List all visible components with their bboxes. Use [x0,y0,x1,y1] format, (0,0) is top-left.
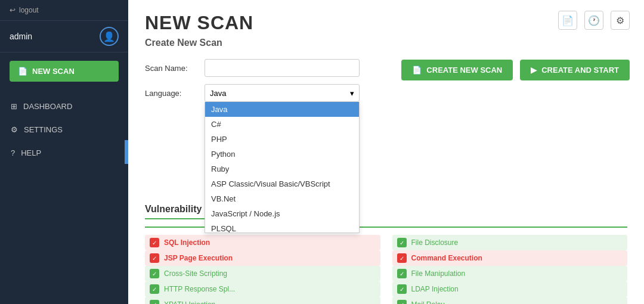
dropdown-item-vbnet[interactable]: VB.Net [205,191,359,206]
vuln-right-column: ✓ File Disclosure ✓ Command Execution ✓ … [392,235,628,304]
logout-item[interactable]: ↩ logout [0,0,128,21]
sidebar-nav: ⊞ DASHBOARD ⚙ SETTINGS ? HELP [0,95,128,165]
create-new-scan-label: CREATE NEW SCAN [426,66,502,75]
gear-icon-button[interactable]: ⚙ [611,11,630,30]
sidebar-item-settings[interactable]: ⚙ SETTINGS [0,118,128,141]
vuln-checkbox-sql[interactable]: ✓ [150,238,159,247]
vuln-label-sql: SQL Injection [164,238,210,247]
vuln-checkbox-file-disclosure[interactable]: ✓ [397,238,407,247]
chevron-down-icon: ▾ [350,89,354,98]
language-select[interactable]: Java ▾ [205,84,360,102]
scan-name-label: Scan Name: [145,64,205,73]
settings-icon: ⚙ [11,125,18,134]
dropdown-item-csharp[interactable]: C# [205,117,359,132]
gear-icon: ⚙ [616,15,624,26]
vuln-label-file-manip: File Manipulation [411,269,466,278]
vuln-item-file-manip: ✓ File Manipulation [392,266,628,281]
vuln-left-column: ✓ SQL Injection ✓ JSP Page Execution ✓ C… [145,235,380,304]
page-subtitle: Create New Scan [145,38,627,48]
vuln-item-file-disclosure: ✓ File Disclosure [392,235,628,250]
vuln-item-jsp: ✓ JSP Page Execution [145,250,380,266]
new-scan-label: NEW SCAN [32,67,75,76]
main-content: 📄 🕐 ⚙ NEW SCAN Create New Scan Scan Name… [128,0,644,304]
new-scan-button[interactable]: 📄 NEW SCAN [10,61,119,82]
dropdown-item-asp[interactable]: ASP Classic/Visual Basic/VBScript [205,176,359,191]
dropdown-item-ruby[interactable]: Ruby [205,162,359,176]
language-select-container: Java ▾ Java C# PHP Python Ruby ASP Class… [205,84,360,102]
vuln-checkbox-xss[interactable]: ✓ [150,269,159,278]
sidebar-item-dashboard[interactable]: ⊞ DASHBOARD [0,95,128,118]
vuln-label-http: HTTP Response Spl... [164,285,235,293]
vuln-item-xss: ✓ Cross-Site Scripting [145,266,380,281]
vuln-item-cmd: ✓ Command Execution [392,250,628,266]
dropdown-item-js[interactable]: JavaScript / Node.js [205,206,359,221]
logout-label: logout [19,6,39,14]
document-icon-button[interactable]: 📄 [558,11,577,30]
vuln-checkbox-file-manip[interactable]: ✓ [397,269,407,278]
vuln-checkbox-xpath[interactable]: ✓ [150,300,159,304]
vuln-checkbox-http[interactable]: ✓ [150,284,159,294]
scan-name-input[interactable] [205,59,360,77]
dropdown-item-php[interactable]: PHP [205,132,359,147]
vuln-label-file-disclosure: File Disclosure [411,238,459,247]
doc-icon: 📄 [562,15,574,26]
play-icon: ▶ [531,66,537,75]
create-and-start-button[interactable]: ▶ CREATE AND START [520,60,630,80]
language-selected-value: Java [210,89,226,98]
vuln-label-jsp: JSP Page Execution [164,254,233,262]
dropdown-item-plsql[interactable]: PLSQL [205,221,359,233]
create-new-scan-button[interactable]: 📄 CREATE NEW SCAN [401,60,513,80]
page-title: NEW SCAN [145,12,627,34]
top-icons-row: 📄 🕐 ⚙ [558,11,630,30]
vuln-checkbox-ldap[interactable]: ✓ [397,284,407,294]
vuln-item-xpath: ✓ XPATH Injection [145,297,380,304]
sidebar: ↩ logout admin 👤 📄 NEW SCAN ⊞ DASHBOARD … [0,0,128,304]
new-scan-doc-icon: 📄 [18,67,27,76]
vuln-item-http: ✓ HTTP Response Spl... [145,281,380,297]
dropdown-item-java[interactable]: Java [205,102,359,117]
language-label: Language: [145,89,205,98]
action-buttons-row: 📄 CREATE NEW SCAN ▶ CREATE AND START [401,60,630,80]
language-row: Language: Java ▾ Java C# PHP Python Ruby… [145,84,627,102]
vuln-label-xpath: XPATH Injection [164,300,215,304]
sidebar-item-label: DASHBOARD [23,102,72,111]
vuln-checkbox-mail[interactable]: ✓ [397,300,407,304]
logout-arrow-icon: ↩ [10,6,16,14]
create-and-start-label: CREATE AND START [541,66,619,75]
create-doc-icon: 📄 [412,66,422,75]
clock-icon-button[interactable]: 🕐 [584,11,603,30]
vulnerability-grid: ✓ SQL Injection ✓ JSP Page Execution ✓ C… [145,235,627,304]
user-info: admin 👤 [0,21,128,52]
help-icon: ? [11,148,15,157]
language-dropdown: Java C# PHP Python Ruby ASP Classic/Visu… [205,102,360,233]
vuln-item-ldap: ✓ LDAP Injection [392,281,628,297]
dropdown-item-python[interactable]: Python [205,147,359,162]
avatar[interactable]: 👤 [100,27,119,46]
vuln-item-mail: ✓ Mail Relay [392,297,628,304]
vuln-label-mail: Mail Relay [411,300,445,304]
user-name: admin [10,32,32,41]
sidebar-item-help[interactable]: ? HELP [0,141,128,165]
vuln-item-sql: ✓ SQL Injection [145,235,380,250]
vuln-label-ldap: LDAP Injection [411,285,459,293]
clock-icon: 🕐 [588,15,600,26]
vuln-checkbox-jsp[interactable]: ✓ [150,253,159,263]
sidebar-item-label: SETTINGS [24,125,63,134]
vuln-checkbox-cmd[interactable]: ✓ [397,253,407,263]
vuln-label-xss: Cross-Site Scripting [164,269,227,278]
sidebar-item-label: HELP [21,148,41,157]
vuln-label-cmd: Command Execution [411,254,482,262]
dashboard-icon: ⊞ [11,102,17,111]
